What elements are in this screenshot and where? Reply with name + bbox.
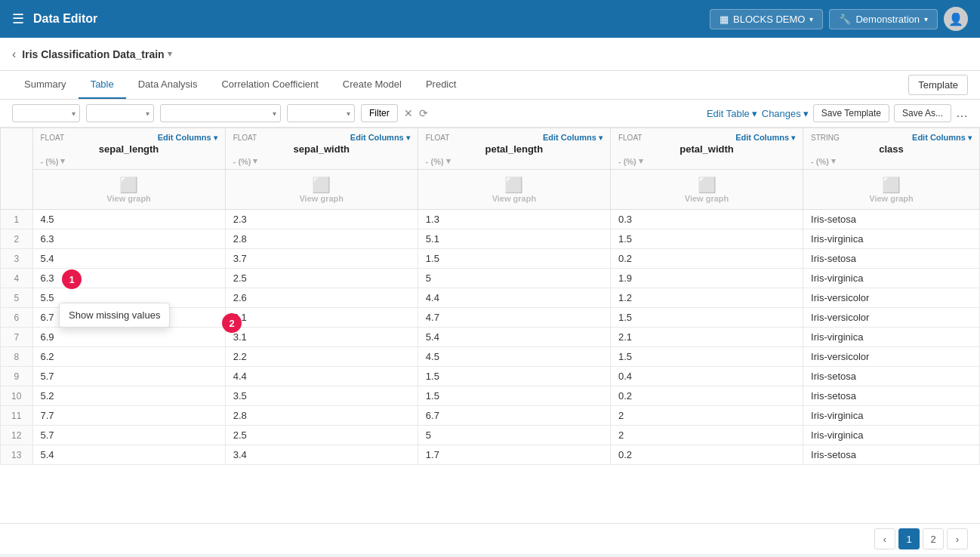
- view-graph-petal-length[interactable]: ⬜ View graph: [418, 169, 610, 209]
- row-num-cell: 13: [1, 445, 33, 465]
- changes-button[interactable]: Changes ▾: [762, 108, 809, 119]
- edit-cols-sepal-length[interactable]: Edit Columns ▾: [158, 133, 217, 142]
- next-page-button[interactable]: ›: [947, 528, 968, 549]
- show-missing-popup[interactable]: Show missing values: [59, 303, 170, 328]
- sub-caret-icon-5: ▾: [831, 156, 836, 166]
- cell-petal-length: 1.5: [418, 386, 610, 406]
- sub-caret-icon-2: ▾: [253, 156, 257, 166]
- back-button[interactable]: ‹: [12, 48, 16, 61]
- filter-select-3[interactable]: [160, 104, 281, 122]
- filter-select-3-wrap: [160, 104, 281, 122]
- cell-petal-width: 2: [610, 406, 803, 426]
- table-row: 3 5.4 3.7 1.5 0.2 Iris-setosa: [1, 249, 980, 269]
- row-num-cell: 11: [1, 406, 33, 426]
- view-graph-class[interactable]: ⬜ View graph: [803, 169, 979, 209]
- filter-button[interactable]: Filter: [361, 104, 398, 122]
- cell-petal-width: 2.1: [610, 328, 803, 347]
- cell-sepal-width: 3.1: [225, 328, 418, 347]
- tab-data-analysis[interactable]: Data Analysis: [126, 71, 210, 99]
- cell-class: Iris-setosa: [803, 249, 980, 269]
- cell-sepal-width: 2.3: [225, 210, 418, 229]
- cell-class: Iris-virginica: [803, 269, 980, 288]
- demo-chevron-icon: ▾: [924, 15, 928, 23]
- graph-icon-sepal-length: ⬜: [39, 176, 219, 194]
- pagination: ‹ 1 2 ›: [0, 523, 980, 554]
- cell-petal-length: 4.4: [418, 288, 610, 308]
- th-petal-width-name: petal_width: [618, 143, 795, 155]
- cell-class: Iris-setosa: [803, 367, 980, 386]
- page-2-button[interactable]: 2: [923, 528, 944, 549]
- page-1-button[interactable]: 1: [898, 528, 920, 549]
- cell-petal-length: 4.5: [418, 347, 610, 367]
- table-row: 11 7.7 2.8 6.7 2 Iris-virginica: [1, 406, 980, 426]
- edit-table-button[interactable]: Edit Table ▾: [707, 108, 757, 119]
- th-class: STRING Edit Columns ▾ class - (%) ▾ ⬜ Vi…: [803, 128, 980, 210]
- filter-select-2-wrap: [86, 104, 154, 122]
- view-graph-petal-width[interactable]: ⬜ View graph: [611, 169, 803, 209]
- bubble-1: 1: [62, 269, 82, 289]
- cell-sepal-length: 5.7: [32, 426, 225, 445]
- save-as-button[interactable]: Save As...: [894, 104, 951, 122]
- tab-predict[interactable]: Predict: [414, 71, 468, 99]
- cell-petal-length: 5: [418, 426, 610, 445]
- cell-sepal-length: 5.4: [32, 249, 225, 269]
- sub-caret-icon-4: ▾: [639, 156, 643, 166]
- row-num-cell: 10: [1, 386, 33, 406]
- filter-select-1-wrap: [12, 104, 80, 122]
- view-graph-sepal-length[interactable]: ⬜ View graph: [33, 169, 225, 209]
- cell-petal-length: 5.1: [418, 229, 610, 249]
- prev-page-button[interactable]: ‹: [874, 528, 895, 549]
- cell-sepal-width: 2.5: [225, 426, 418, 445]
- edit-table-chevron-icon: ▾: [752, 108, 757, 119]
- cell-class: Iris-virginica: [803, 229, 980, 249]
- toolbar-right: Edit Table ▾ Changes ▾ Save Template Sav…: [707, 104, 968, 122]
- tab-correlation-coefficient[interactable]: Correlation Coefficient: [209, 71, 330, 99]
- filter-select-2[interactable]: [86, 104, 154, 122]
- tab-summary[interactable]: Summary: [12, 71, 79, 99]
- table-row: 1 4.5 2.3 1.3 0.3 Iris-setosa: [1, 210, 980, 229]
- tab-table[interactable]: Table: [79, 71, 126, 99]
- cell-sepal-width: 2.6: [225, 288, 418, 308]
- save-template-button[interactable]: Save Template: [813, 104, 889, 122]
- edit-cols-arrow-icon-2: ▾: [406, 134, 410, 142]
- project-button[interactable]: ▦ BLOCKS DEMO ▾: [710, 9, 823, 29]
- cell-petal-width: 0.4: [610, 367, 803, 386]
- refresh-button[interactable]: ⟳: [419, 107, 428, 119]
- cell-sepal-width: 2.8: [225, 229, 418, 249]
- edit-cols-petal-width[interactable]: Edit Columns ▾: [735, 133, 795, 142]
- table-row: 4 6.3 2.5 5 1.9 Iris-virginica: [1, 269, 980, 288]
- cell-petal-length: 1.5: [418, 367, 610, 386]
- tab-create-model[interactable]: Create Model: [331, 71, 414, 99]
- edit-cols-petal-length[interactable]: Edit Columns ▾: [543, 133, 602, 142]
- edit-cols-arrow-icon-4: ▾: [791, 134, 795, 142]
- demo-label: Demonstration: [855, 14, 920, 25]
- clear-filter-button[interactable]: ✕: [404, 108, 413, 118]
- subheader: ‹ Iris Classification Data_train ▾: [0, 38, 980, 71]
- view-graph-sepal-width[interactable]: ⬜ View graph: [226, 169, 418, 209]
- project-chevron-icon: ▾: [809, 15, 813, 23]
- filter-select-4-wrap: [287, 104, 355, 122]
- demo-button[interactable]: 🔧 Demonstration ▾: [829, 9, 938, 29]
- template-button[interactable]: Template: [908, 75, 968, 95]
- wrench-icon: 🔧: [839, 14, 851, 25]
- cell-sepal-width: 2.8: [225, 406, 418, 426]
- sub-caret-icon: ▾: [60, 156, 65, 166]
- edit-cols-sepal-width[interactable]: Edit Columns ▾: [350, 133, 410, 142]
- avatar[interactable]: 👤: [944, 7, 968, 31]
- more-options-button[interactable]: …: [956, 106, 968, 120]
- dataset-caret-icon[interactable]: ▾: [168, 49, 172, 59]
- row-num-cell: 7: [1, 328, 33, 347]
- filter-select-4[interactable]: [287, 104, 355, 122]
- filter-select-1[interactable]: [12, 104, 80, 122]
- cell-petal-width: 1.9: [610, 269, 803, 288]
- edit-cols-arrow-icon-3: ▾: [599, 134, 602, 142]
- row-num-cell: 2: [1, 229, 33, 249]
- cell-petal-length: 5: [418, 269, 610, 288]
- cell-petal-width: 0.3: [610, 210, 803, 229]
- cell-sepal-length: 7.7: [32, 406, 225, 426]
- edit-cols-arrow-icon-5: ▾: [968, 134, 972, 142]
- edit-cols-class[interactable]: Edit Columns ▾: [912, 133, 972, 142]
- hamburger-icon[interactable]: ☰: [12, 11, 24, 27]
- th-petal-width: FLOAT Edit Columns ▾ petal_width - (%) ▾…: [610, 128, 803, 210]
- cell-sepal-length: 5.7: [32, 367, 225, 386]
